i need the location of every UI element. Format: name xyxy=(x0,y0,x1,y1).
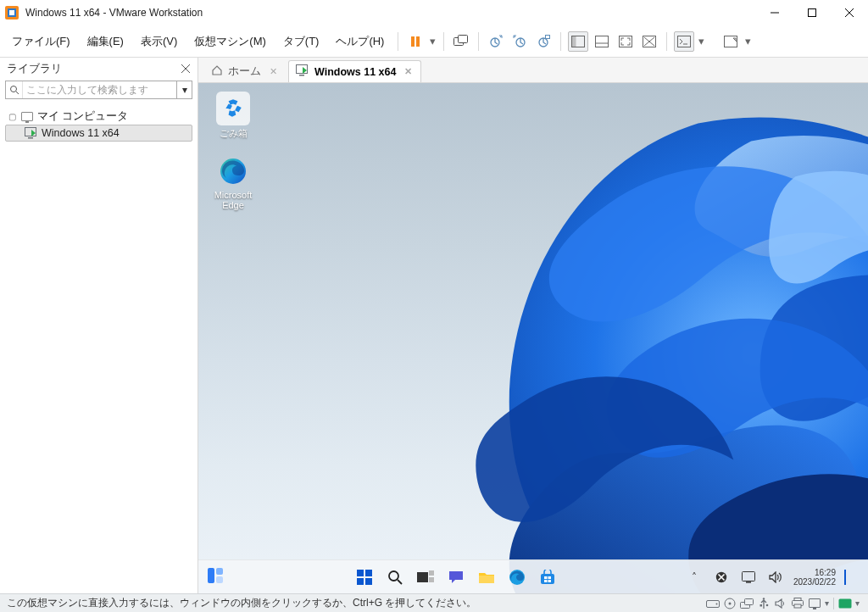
svg-rect-7 xyxy=(459,35,468,42)
tab-active-close[interactable]: ✕ xyxy=(404,66,412,77)
svg-rect-22 xyxy=(725,36,737,47)
menu-vm[interactable]: 仮想マシン(M) xyxy=(187,31,273,53)
svg-rect-49 xyxy=(544,576,548,579)
device-cddvd-icon[interactable] xyxy=(721,596,738,611)
svg-rect-5 xyxy=(416,36,420,47)
vm-message-log-icon[interactable] xyxy=(837,596,854,611)
svg-rect-39 xyxy=(357,578,364,585)
chat-icon[interactable] xyxy=(447,568,465,587)
tab-home[interactable]: ホーム ✕ xyxy=(203,60,287,82)
tray-ime-icon[interactable] xyxy=(739,568,758,587)
menu-file[interactable]: ファイル(F) xyxy=(5,31,77,53)
stretch-dropdown[interactable]: ▾ xyxy=(744,35,752,48)
device-usb-icon[interactable] xyxy=(755,596,772,611)
view-thumbnail1-icon[interactable] xyxy=(568,31,588,52)
tab-home-close[interactable]: ✕ xyxy=(270,66,277,77)
power-dropdown[interactable]: ▾ xyxy=(429,35,437,48)
statusbar: この仮想マシンに直接入力するには、ウィンドウの内側をクリックするか、Ctrl+G… xyxy=(0,593,868,612)
console-view-icon[interactable] xyxy=(674,31,694,52)
search-icon xyxy=(6,81,23,98)
menu-tab[interactable]: タブ(T) xyxy=(276,31,326,53)
desktop-icon-recycle-bin[interactable]: ごみ箱 xyxy=(203,92,263,140)
edge-icon xyxy=(216,154,250,188)
search-icon[interactable] xyxy=(386,568,404,587)
win11-bloom-wallpaper xyxy=(309,83,868,593)
titlebar: Windows 11 x64 - VMware Workstation xyxy=(0,0,868,25)
tree-root-my-computer[interactable]: ▢ マイ コンピュータ xyxy=(5,108,192,125)
svg-rect-35 xyxy=(216,568,223,575)
svg-rect-30 xyxy=(297,65,308,74)
window-close-button[interactable] xyxy=(831,0,868,25)
device-network-icon[interactable] xyxy=(738,596,755,611)
tray-vmtools-icon[interactable] xyxy=(712,568,731,587)
tab-home-label: ホーム xyxy=(228,64,261,79)
tab-windows11[interactable]: Windows 11 x64 ✕ xyxy=(288,60,421,82)
window-title: Windows 11 x64 - VMware Workstation xyxy=(25,7,203,19)
collapse-icon: ▢ xyxy=(7,112,17,121)
menu-view[interactable]: 表示(V) xyxy=(134,31,184,53)
tray-volume-icon[interactable] xyxy=(766,568,785,587)
library-sidebar: ライブラリ ▾ ▢ マイ コンピュータ xyxy=(0,58,198,593)
toolbar-separator xyxy=(560,32,561,51)
send-ctrl-alt-del-icon[interactable] xyxy=(451,31,471,52)
guest-view[interactable]: ごみ箱 Microsoft Edge xyxy=(198,83,868,593)
toolbar-separator xyxy=(443,32,444,51)
svg-rect-34 xyxy=(208,568,214,583)
desktop-icon-edge[interactable]: Microsoft Edge xyxy=(203,154,263,210)
store-icon[interactable] xyxy=(538,568,557,587)
svg-point-66 xyxy=(766,604,769,606)
tray-chevron-icon[interactable]: ˄ xyxy=(685,568,704,587)
suspend-button[interactable] xyxy=(405,31,426,52)
snapshot-manager-icon[interactable] xyxy=(533,31,554,52)
svg-line-26 xyxy=(16,92,19,94)
device-display-icon[interactable] xyxy=(806,596,823,611)
svg-rect-20 xyxy=(678,36,691,47)
library-search-input[interactable] xyxy=(23,84,176,96)
svg-rect-51 xyxy=(544,580,548,582)
explorer-icon[interactable] xyxy=(477,568,496,587)
device-harddisk-icon[interactable] xyxy=(704,596,721,611)
tree-item-label: Windows 11 x64 xyxy=(42,127,120,139)
vm-message-dropdown[interactable]: ▾ xyxy=(855,598,860,608)
taskview-icon[interactable] xyxy=(416,568,435,587)
widgets-icon[interactable] xyxy=(207,567,227,587)
svg-rect-50 xyxy=(548,576,551,579)
tray-clock[interactable]: 16:29 2023/02/22 xyxy=(793,568,836,587)
edge-taskbar-icon[interactable] xyxy=(508,568,526,587)
svg-rect-65 xyxy=(760,604,763,607)
window-maximize-button[interactable] xyxy=(793,0,831,25)
devices-dropdown[interactable]: ▾ xyxy=(825,598,829,608)
tabstrip: ホーム ✕ Windows 11 x64 ✕ xyxy=(198,58,868,83)
start-icon[interactable] xyxy=(355,568,374,587)
library-search-dropdown[interactable]: ▾ xyxy=(176,81,192,98)
library-close-button[interactable] xyxy=(179,62,192,75)
device-sound-icon[interactable] xyxy=(772,596,789,611)
tray-notifications-icon[interactable] xyxy=(844,570,860,585)
view-unity-icon[interactable] xyxy=(639,31,659,52)
snapshot-take-icon[interactable] xyxy=(486,31,506,52)
tree-item-windows11[interactable]: Windows 11 x64 xyxy=(5,125,192,142)
vmware-app-icon xyxy=(5,6,19,19)
menu-help[interactable]: ヘルプ(H) xyxy=(329,31,391,53)
stretch-guest-icon[interactable] xyxy=(721,31,741,52)
menubar: ファイル(F) 編集(E) 表示(V) 仮想マシン(M) タブ(T) ヘルプ(H… xyxy=(0,25,868,58)
content-area: ホーム ✕ Windows 11 x64 ✕ xyxy=(198,58,868,593)
svg-rect-38 xyxy=(365,570,372,576)
device-printer-icon[interactable] xyxy=(789,596,806,611)
library-search[interactable]: ▾ xyxy=(5,81,192,99)
svg-marker-29 xyxy=(31,130,36,136)
view-thumbnail2-icon[interactable] xyxy=(592,31,612,52)
tab-active-label: Windows 11 x64 xyxy=(314,66,396,78)
view-fullscreen-icon[interactable] xyxy=(615,31,636,52)
svg-rect-13 xyxy=(572,36,576,47)
tray-time: 16:29 xyxy=(793,568,836,577)
svg-rect-69 xyxy=(794,604,801,608)
window-minimize-button[interactable] xyxy=(756,0,793,25)
svg-rect-40 xyxy=(365,578,372,585)
svg-point-61 xyxy=(729,602,732,604)
menu-edit[interactable]: 編集(E) xyxy=(81,31,131,53)
snapshot-revert-icon[interactable] xyxy=(509,31,530,52)
svg-rect-37 xyxy=(357,570,364,576)
console-view-dropdown[interactable]: ▾ xyxy=(698,35,705,48)
svg-point-41 xyxy=(389,571,398,581)
